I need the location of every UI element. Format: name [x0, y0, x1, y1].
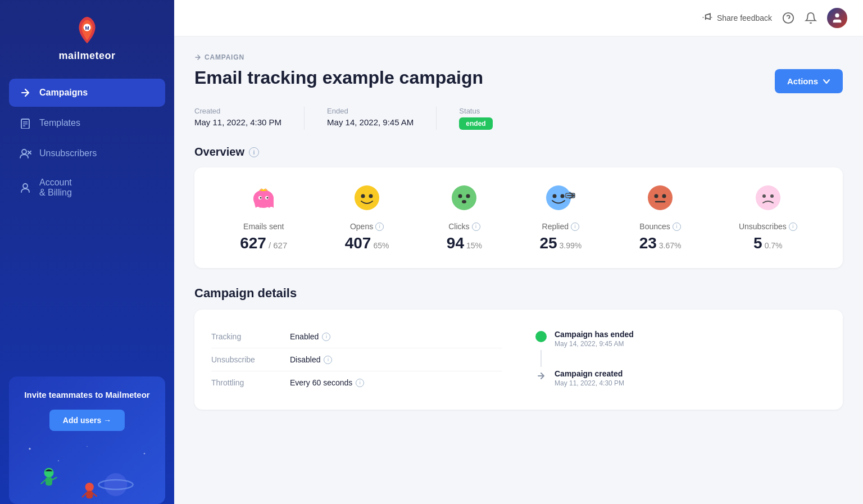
svg-point-39 — [560, 194, 564, 198]
svg-point-47 — [770, 194, 774, 198]
unsubscribe-info-icon[interactable]: i — [324, 356, 332, 364]
campaign-meta: Created May 11, 2022, 4:30 PM Ended May … — [194, 107, 843, 130]
svg-point-6 — [22, 149, 26, 154]
page-header: Email tracking example campaign Actions — [194, 67, 843, 93]
unsubscribes-icon — [753, 183, 783, 212]
stat-emails-sent: Emails sent 627 / 627 — [240, 183, 287, 252]
svg-point-20 — [85, 483, 94, 491]
tracking-info-icon[interactable]: i — [322, 333, 330, 341]
share-feedback-button[interactable]: Share feedback — [702, 12, 772, 25]
unsubscribes-value: 5 0.7% — [753, 234, 783, 252]
svg-text:M: M — [85, 25, 89, 31]
timeline-arrow-icon — [535, 370, 547, 382]
svg-point-32 — [369, 194, 373, 198]
ended-label: Ended — [327, 107, 414, 115]
throttling-value: Every 60 seconds i — [290, 378, 364, 387]
clicks-label: Clicks i — [448, 222, 480, 231]
svg-point-43 — [662, 194, 666, 198]
add-users-button[interactable]: Add users → — [49, 410, 125, 431]
overview-info-icon[interactable]: i — [249, 147, 259, 157]
emails-sent-label: Emails sent — [243, 222, 284, 231]
unsubscribes-label: Unsubscribes i — [739, 222, 797, 231]
svg-line-18 — [41, 480, 46, 484]
ended-value: May 14, 2022, 9:45 AM — [327, 117, 414, 127]
unsubscribes-emoji — [753, 183, 783, 216]
svg-point-38 — [552, 194, 556, 198]
breadcrumb: CAMPAIGN — [194, 53, 843, 61]
clicks-info-icon[interactable]: i — [472, 223, 480, 231]
detail-row-unsubscribe: Unsubscribe Disabled i — [211, 348, 502, 371]
templates-icon — [19, 117, 31, 129]
svg-point-46 — [762, 194, 766, 198]
timeline-ended-date: May 14, 2022, 9:45 AM — [555, 340, 634, 348]
throttling-info-icon[interactable]: i — [356, 379, 364, 387]
svg-point-9 — [23, 184, 28, 188]
logo-icon: M — [73, 16, 101, 47]
timeline-created-date: May 11, 2022, 4:30 PM — [555, 379, 624, 387]
campaigns-label: Campaigns — [39, 88, 88, 98]
actions-button[interactable]: Actions — [775, 69, 843, 93]
megaphone-icon — [702, 12, 713, 25]
user-avatar[interactable] — [827, 8, 847, 28]
stat-opens: Opens i 407 65% — [345, 183, 389, 252]
svg-point-31 — [361, 194, 365, 198]
stat-bounces: Bounces i 23 3.67% — [639, 183, 682, 252]
svg-point-13 — [58, 460, 60, 462]
replied-icon — [545, 183, 576, 212]
svg-point-35 — [466, 194, 470, 198]
ended-meta: Ended May 14, 2022, 9:45 AM — [327, 107, 437, 130]
tracking-value: Enabled i — [290, 332, 330, 341]
opens-icon — [352, 183, 381, 212]
timeline-created-title: Campaign created — [555, 369, 624, 378]
svg-point-14 — [105, 473, 128, 496]
invite-title: Invite teammates to Mailmeteor — [20, 389, 154, 401]
svg-line-19 — [52, 478, 57, 480]
actions-label: Actions — [787, 76, 818, 86]
details-card: Tracking Enabled i Unsubscribe Disabled … — [194, 310, 843, 410]
tracking-key: Tracking — [211, 332, 279, 341]
replied-emoji — [545, 183, 576, 216]
sidebar-item-unsubscribers[interactable]: Unsubscribers — [9, 139, 165, 167]
bounces-info-icon[interactable]: i — [673, 223, 681, 231]
created-value: May 11, 2022, 4:30 PM — [194, 117, 281, 127]
unsubscribes-info-icon[interactable]: i — [789, 223, 797, 231]
replied-info-icon[interactable]: i — [571, 223, 579, 231]
replied-label: Replied i — [542, 222, 579, 231]
opens-info-icon[interactable]: i — [375, 223, 384, 231]
svg-line-22 — [83, 493, 87, 497]
chevron-down-icon — [823, 78, 830, 85]
detail-row-throttling: Throttling Every 60 seconds i — [211, 371, 502, 394]
account-billing-label: Account& Billing — [39, 178, 72, 198]
svg-rect-17 — [46, 477, 52, 485]
sidebar-item-account-billing[interactable]: Account& Billing — [9, 170, 165, 206]
invite-box: Invite teammates to Mailmeteor Add users… — [9, 376, 165, 504]
emails-sent-icon — [249, 183, 278, 212]
campaign-details-title: Campaign details — [194, 286, 843, 301]
svg-point-30 — [355, 185, 379, 210]
throttling-key: Throttling — [211, 378, 279, 387]
help-icon[interactable] — [782, 12, 794, 24]
svg-point-36 — [462, 200, 466, 203]
main-content: Share feedback CAMPAIGN — [174, 0, 863, 504]
unsubscribe-value: Disabled i — [290, 355, 332, 364]
opens-label: Opens i — [350, 222, 384, 231]
stat-clicks: Clicks i 94 15% — [447, 183, 482, 252]
svg-point-28 — [260, 197, 262, 199]
status-badge: ended — [459, 117, 492, 130]
stat-unsubscribes: Unsubscribes i 5 0.7% — [739, 183, 797, 252]
overview-section-title: Overview i — [194, 146, 843, 158]
emails-sent-value: 627 / 627 — [240, 234, 287, 252]
sidebar-item-templates[interactable]: Templates — [9, 109, 165, 137]
campaigns-icon — [19, 87, 31, 99]
svg-point-33 — [452, 185, 476, 210]
status-meta: Status ended — [459, 107, 515, 130]
bounces-emoji — [646, 183, 675, 216]
status-label: Status — [459, 107, 492, 115]
sidebar: M mailmeteor Campaigns Templ — [0, 0, 174, 504]
svg-point-12 — [87, 446, 88, 447]
status-value: ended — [459, 117, 492, 130]
bell-icon[interactable] — [805, 12, 817, 24]
sidebar-item-campaigns[interactable]: Campaigns — [9, 79, 165, 107]
created-label: Created — [194, 107, 281, 115]
clicks-emoji — [449, 183, 479, 216]
